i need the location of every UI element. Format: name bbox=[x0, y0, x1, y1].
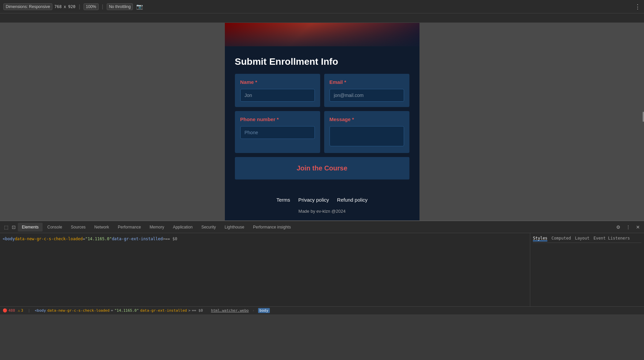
tab-performance-insights[interactable]: Performance insights bbox=[249, 223, 295, 232]
name-input[interactable] bbox=[240, 89, 315, 102]
content-row: Submit Enrollment Info Name * Email * bbox=[0, 23, 644, 220]
form-section: Submit Enrollment Info Name * Email * bbox=[225, 46, 419, 190]
tab-network[interactable]: Network bbox=[90, 223, 113, 232]
watcher-label: html.watcher.webo › body bbox=[211, 308, 270, 313]
tab-security[interactable]: Security bbox=[197, 223, 220, 232]
message-label: Message * bbox=[330, 116, 404, 122]
message-card: Message * bbox=[324, 111, 409, 153]
error-icon: 🔴 bbox=[3, 308, 7, 313]
styles-tab-styles[interactable]: Styles bbox=[533, 236, 547, 241]
viewport-height: 920 bbox=[68, 4, 76, 9]
privacy-link[interactable]: Privacy policy bbox=[298, 197, 329, 203]
screenshot-icon[interactable]: 📷 bbox=[135, 3, 144, 10]
tab-memory[interactable]: Memory bbox=[146, 223, 168, 232]
styles-tab-event-listeners[interactable]: Event Listeners bbox=[594, 236, 630, 241]
hero-image bbox=[225, 23, 419, 46]
devtools-elements-panel: <body data-new-gr-c-s-check-loaded = "14… bbox=[0, 233, 530, 306]
breadcrumb-val: "14.1165.0" bbox=[114, 308, 139, 313]
join-button-card: Join the Course bbox=[235, 157, 409, 179]
browser-toolbar: Dimensions: Responsive 768 x 920 | 100% … bbox=[0, 0, 644, 13]
devtools-tab-right: ⚙ ⋮ ✕ bbox=[615, 223, 641, 231]
devtools-settings-icon[interactable]: ⚙ bbox=[615, 223, 622, 231]
devtools-dock-icon[interactable]: ⬚ bbox=[3, 223, 10, 231]
scrollbar-indicator[interactable] bbox=[643, 112, 644, 122]
devtools-statusbar: 🔴 488 ⚠ 3 | <body data-new-gr-c-s-check-… bbox=[0, 306, 644, 314]
element-row-html: <body data-new-gr-c-s-check-loaded = "14… bbox=[3, 236, 527, 242]
tab-elements[interactable]: Elements bbox=[18, 223, 43, 232]
devtools-content: <body data-new-gr-c-s-check-loaded = "14… bbox=[0, 233, 644, 306]
footer-credit: Made by ev-klzn @2024 bbox=[225, 206, 419, 220]
styles-tab-computed[interactable]: Computed bbox=[551, 236, 571, 241]
phone-card: Phone number * bbox=[235, 111, 320, 153]
watcher-link[interactable]: html.watcher.webo bbox=[211, 308, 249, 313]
email-input[interactable] bbox=[330, 89, 404, 102]
viewport-separator: x bbox=[64, 4, 66, 9]
tab-console[interactable]: Console bbox=[43, 223, 66, 232]
email-label: Email * bbox=[330, 79, 404, 85]
phone-input[interactable] bbox=[240, 126, 315, 139]
devtools-styles-tabs: Styles Computed Layout Event Listeners bbox=[533, 236, 641, 243]
throttle-selector[interactable]: No throttling bbox=[107, 3, 133, 10]
more-options-button[interactable]: ⋮ bbox=[635, 3, 641, 10]
devtools-close-icon[interactable]: ✕ bbox=[635, 223, 641, 231]
terms-link[interactable]: Terms bbox=[277, 197, 290, 203]
ruler-ticks bbox=[0, 13, 644, 22]
form-title: Submit Enrollment Info bbox=[235, 56, 409, 67]
devtools-tabs: ⬚ ⊡ Elements Console Sources Network Per… bbox=[0, 221, 644, 233]
join-button[interactable]: Join the Course bbox=[235, 157, 409, 179]
phone-label: Phone number * bbox=[240, 116, 315, 122]
devtools-styles-panel: Styles Computed Layout Event Listeners bbox=[530, 233, 644, 306]
chrome-toolbar: Dimensions: Responsive 768 x 920 | 100% … bbox=[3, 3, 641, 10]
form-grid-top: Name * Email * bbox=[235, 74, 409, 107]
html-breadcrumb: <body data-new-gr-c-s-check-loaded = "14… bbox=[35, 308, 203, 313]
devtools-more-icon[interactable]: ⋮ bbox=[625, 223, 632, 231]
site-wrapper: Submit Enrollment Info Name * Email * bbox=[225, 23, 419, 220]
tab-performance[interactable]: Performance bbox=[114, 223, 145, 232]
name-label: Name * bbox=[240, 79, 315, 85]
tab-application[interactable]: Application bbox=[169, 223, 197, 232]
warning-count: ⚠ 3 bbox=[18, 308, 23, 313]
breadcrumb-attr: data-new-gr-c-s-check-loaded bbox=[47, 308, 109, 313]
devtools-panel: ⬚ ⊡ Elements Console Sources Network Per… bbox=[0, 220, 644, 314]
refund-link[interactable]: Refund policy bbox=[337, 197, 367, 203]
body-tag[interactable]: body bbox=[258, 308, 270, 313]
zoom-selector[interactable]: 100% bbox=[84, 3, 99, 10]
viewport-width: 768 bbox=[54, 4, 62, 9]
warning-icon: ⚠ bbox=[18, 308, 20, 313]
dimensions-selector[interactable]: Dimensions: Responsive bbox=[3, 3, 52, 10]
tab-sources[interactable]: Sources bbox=[67, 223, 90, 232]
error-count: 🔴 488 bbox=[3, 308, 15, 313]
name-card: Name * bbox=[235, 74, 320, 107]
footer-links: Terms Privacy policy Refund policy bbox=[225, 190, 419, 206]
breadcrumb-html-tag[interactable]: <body bbox=[35, 308, 46, 313]
styles-tab-layout[interactable]: Layout bbox=[575, 236, 589, 241]
tab-lighthouse[interactable]: Lighthouse bbox=[220, 223, 248, 232]
form-grid-bottom: Phone number * Message * bbox=[235, 111, 409, 153]
browser-viewport: Submit Enrollment Info Name * Email * bbox=[0, 23, 644, 220]
devtools-inspect-icon[interactable]: ⊡ bbox=[10, 223, 17, 231]
email-card: Email * bbox=[324, 74, 409, 107]
message-input[interactable] bbox=[330, 126, 404, 146]
ruler-area bbox=[0, 13, 644, 23]
breadcrumb-attr2: data-gr-ext-installed bbox=[140, 308, 187, 313]
